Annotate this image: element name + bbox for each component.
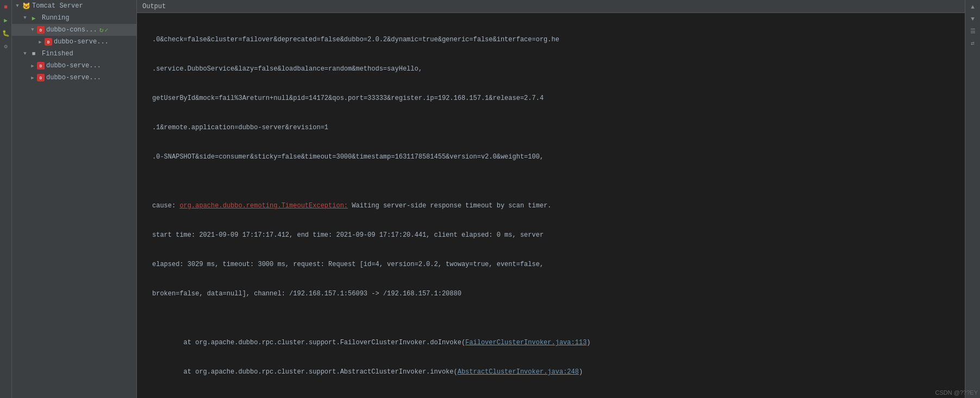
sidebar-item-label: dubbo-serve... — [54, 38, 109, 46]
line-text: broken=false, data=null], channel: /192.… — [152, 289, 960, 299]
log-line-8: elapsed: 3029 ms, timeout: 3000 ms, requ… — [141, 260, 960, 269]
main-area: Output .0&check=false&cluster=failover&d… — [137, 0, 965, 398]
right-toolbar: ▲ ▼ ☰ ⇄ — [965, 0, 980, 398]
log-line-9: broken=false, data=null], channel: /192.… — [141, 289, 960, 299]
arrow-icon — [37, 39, 43, 45]
line-text: .service.DubboService&lazy=false&loadbal… — [152, 64, 960, 74]
output-header: Output — [137, 0, 965, 13]
dubbo-icon — [37, 26, 45, 34]
sidebar-item-label: Finished — [42, 50, 73, 58]
exception-link[interactable]: org.apache.dubbo.remoting.TimeoutExcepti… — [179, 202, 348, 210]
sidebar-item-dubbo-serve-3[interactable]: dubbo-serve... — [12, 72, 136, 84]
line-text: getUserById&mock=fail%3Areturn+null&pid=… — [152, 93, 960, 103]
debug-button[interactable]: 🐛 — [1, 28, 11, 38]
sidebar: Tomcat Server Running dubbo-cons... ✓ du… — [12, 0, 137, 398]
line-text: start time: 2021-09-09 17:17:17.412, end… — [152, 230, 960, 240]
arrow-icon — [29, 74, 36, 81]
wrap-button[interactable]: ⇄ — [968, 38, 978, 48]
sidebar-item-label: dubbo-serve... — [46, 74, 101, 81]
check-icon: ✓ — [104, 27, 108, 34]
line-text: .0&check=false&cluster=failover&deprecat… — [152, 35, 960, 45]
arrow-icon — [22, 15, 28, 21]
stack-link[interactable]: FailoverClusterInvoker.java:113 — [465, 339, 586, 346]
log-line-7: start time: 2021-09-09 17:17:17.412, end… — [141, 230, 960, 240]
log-line-1: .0&check=false&cluster=failover&deprecat… — [141, 35, 960, 45]
sidebar-item-running[interactable]: Running — [12, 12, 136, 24]
arrow-icon — [29, 62, 36, 69]
output-content[interactable]: .0&check=false&cluster=failover&deprecat… — [137, 13, 965, 398]
sidebar-item-dubbo-cons[interactable]: dubbo-cons... ✓ — [12, 24, 136, 36]
log-line-4: .1&remote.application=dubbo-server&revis… — [141, 123, 960, 132]
refresh-icon — [99, 26, 104, 34]
stack-link[interactable]: AbstractClusterInvoker.java:248 — [458, 368, 579, 376]
log-line-3: getUserById&mock=fail%3Areturn+null&pid=… — [141, 93, 960, 103]
sidebar-item-dubbo-serve-2[interactable]: dubbo-serve... — [12, 60, 136, 72]
run-button[interactable]: ▶ — [1, 15, 11, 25]
arrow-icon — [14, 3, 21, 9]
scroll-down-button[interactable]: ▼ — [968, 14, 978, 24]
log-line-11: at org.apache.dubbo.rpc.cluster.support.… — [141, 367, 960, 377]
sidebar-item-label: dubbo-serve... — [46, 62, 101, 70]
log-line-5: .0-SNAPSHOT&side=consumer&sticky=false&t… — [141, 152, 960, 162]
finished-icon — [29, 49, 38, 58]
line-text: .0-SNAPSHOT&side=consumer&sticky=false&t… — [152, 152, 960, 162]
sidebar-item-finished[interactable]: Finished — [12, 48, 136, 60]
scroll-up-button[interactable]: ▲ — [968, 2, 978, 12]
watermark: CSDN @???EY — [935, 389, 978, 396]
output-label: Output — [142, 3, 166, 10]
arrow-icon — [29, 27, 36, 33]
arrow-icon — [22, 50, 28, 57]
dubbo-icon — [45, 38, 52, 46]
sidebar-item-label: Running — [42, 14, 69, 22]
sidebar-item-label: dubbo-cons... — [46, 26, 97, 34]
log-line-2: .service.DubboService&lazy=false&loadbal… — [141, 64, 960, 74]
filter-button[interactable]: ☰ — [968, 26, 978, 36]
settings-button[interactable]: ⚙ — [1, 41, 11, 51]
line-text: at org.apache.dubbo.rpc.cluster.support.… — [152, 367, 960, 377]
log-line-6: cause: org.apache.dubbo.remoting.Timeout… — [141, 201, 960, 211]
tomcat-icon — [22, 2, 30, 10]
sidebar-item-dubbo-serve-1[interactable]: dubbo-serve... — [12, 36, 136, 48]
running-icon — [29, 14, 38, 22]
line-text: .1&remote.application=dubbo-server&revis… — [152, 123, 960, 132]
log-line-10: at org.apache.dubbo.rpc.cluster.support.… — [141, 338, 960, 348]
sidebar-item-label: Tomcat Server — [32, 2, 83, 10]
sidebar-item-tomcat[interactable]: Tomcat Server — [12, 0, 136, 12]
line-text: at org.apache.dubbo.rpc.cluster.support.… — [152, 338, 960, 348]
line-text: cause: org.apache.dubbo.remoting.Timeout… — [152, 201, 960, 211]
left-toolbar: ■ ▶ 🐛 ⚙ — [0, 0, 12, 398]
stop-button[interactable]: ■ — [1, 2, 11, 12]
dubbo-icon — [37, 62, 45, 70]
dubbo-icon — [37, 74, 45, 81]
line-text: elapsed: 3029 ms, timeout: 3000 ms, requ… — [152, 260, 960, 269]
